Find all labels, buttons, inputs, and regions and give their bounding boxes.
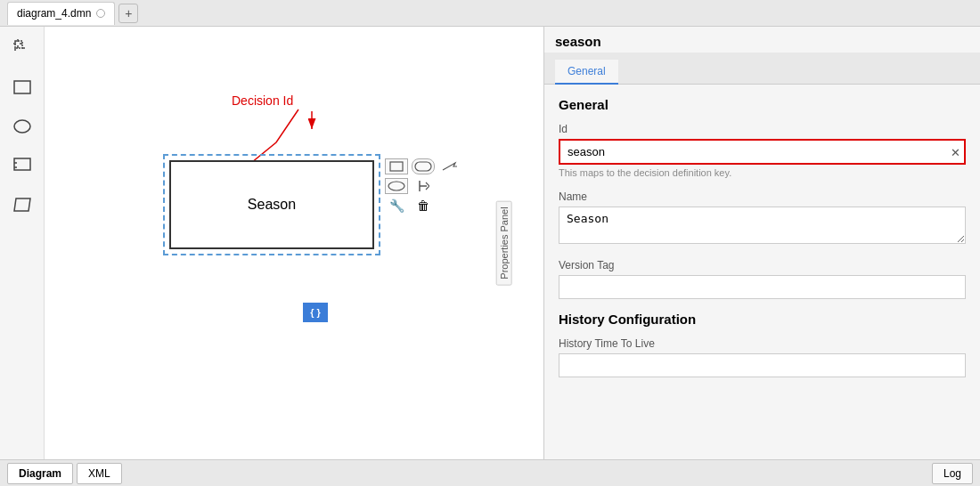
decision-node[interactable]: { } Season: [169, 160, 374, 249]
decision-node-icon: { }: [303, 303, 328, 322]
select-tool[interactable]: [8, 34, 37, 62]
comment-tool[interactable]: [8, 151, 37, 180]
id-input-wrapper: ✕: [559, 139, 966, 165]
context-menu: 🔧 🗑: [385, 158, 461, 214]
add-tab-button[interactable]: +: [118, 4, 138, 23]
version-tag-input[interactable]: [559, 275, 966, 299]
canvas-area[interactable]: Decision Id { } Season: [45, 27, 543, 459]
ctx-ellipse-icon[interactable]: [385, 178, 408, 194]
history-time-field-group: History Time To Live: [559, 337, 966, 377]
history-time-input[interactable]: [559, 353, 966, 377]
name-label: Name: [559, 190, 966, 203]
svg-rect-0: [15, 41, 22, 48]
name-textarea[interactable]: [559, 207, 966, 244]
version-tag-field-group: Version Tag: [559, 259, 966, 299]
general-section-title: General: [559, 97, 966, 112]
id-input[interactable]: [559, 139, 966, 165]
ctx-bracket-icon[interactable]: [412, 178, 435, 194]
tab-bar: diagram_4.dmn +: [0, 0, 980, 27]
svg-marker-13: [14, 198, 30, 211]
decision-node-label: Season: [248, 197, 296, 213]
comment-icon: [12, 156, 32, 175]
tab-unsaved-indicator: [96, 9, 105, 18]
log-button[interactable]: Log: [932, 463, 973, 484]
select-icon: [12, 38, 32, 58]
panel-title: season: [544, 27, 980, 53]
properties-panel: season General General Id ✕ This maps to…: [543, 27, 980, 459]
parallelogram-tool[interactable]: [8, 190, 37, 219]
ellipse-icon: [12, 118, 32, 134]
properties-panel-side-label: Properties Panel: [495, 200, 511, 285]
id-hint: This maps to the decision definition key…: [559, 167, 966, 178]
context-row-2: [385, 178, 461, 194]
panel-body: General Id ✕ This maps to the decision d…: [544, 85, 980, 459]
tab-xml-bottom[interactable]: XML: [77, 463, 122, 484]
id-clear-button[interactable]: ✕: [951, 145, 960, 158]
context-row-3: 🔧 🗑: [385, 198, 461, 214]
svg-point-9: [14, 120, 30, 133]
annotation-text: Decision Id: [232, 93, 293, 108]
tab-diagram-bottom[interactable]: Diagram: [7, 463, 73, 484]
version-tag-label: Version Tag: [559, 259, 966, 271]
ctx-rect-icon[interactable]: [385, 158, 408, 174]
svg-rect-17: [415, 162, 431, 171]
context-row-1: [385, 158, 461, 174]
tab-label: diagram_4.dmn: [17, 7, 91, 20]
bottom-tabs: Diagram XML: [7, 463, 122, 484]
id-label: Id: [559, 123, 966, 135]
history-section-title: History Configuration: [559, 312, 966, 327]
name-field-group: Name: [559, 190, 966, 247]
history-configuration-section: History Configuration History Time To Li…: [559, 312, 966, 377]
ctx-wrench-icon[interactable]: 🔧: [385, 198, 408, 214]
left-toolbar: [0, 27, 45, 459]
svg-rect-16: [390, 162, 403, 171]
id-field-group: Id ✕ This maps to the decision definitio…: [559, 123, 966, 178]
ellipse-tool[interactable]: [8, 112, 37, 141]
tab-diagram4[interactable]: diagram_4.dmn: [7, 2, 115, 25]
bottom-bar: Diagram XML Log: [0, 459, 980, 486]
svg-rect-8: [14, 81, 30, 93]
rectangle-tool[interactable]: [8, 73, 37, 101]
annotation-container: Decision Id: [232, 93, 293, 108]
ctx-trash-icon[interactable]: 🗑: [412, 198, 435, 214]
svg-rect-10: [14, 158, 30, 170]
panel-tab-strip: General: [544, 53, 980, 85]
main-area: Decision Id { } Season: [0, 27, 980, 459]
tab-general[interactable]: General: [555, 60, 618, 85]
svg-point-18: [388, 182, 404, 190]
history-time-label: History Time To Live: [559, 337, 966, 350]
parallelogram-icon: [12, 197, 32, 213]
ctx-rounded-icon[interactable]: [412, 158, 435, 174]
rectangle-icon: [12, 79, 32, 95]
ctx-arrow-icon[interactable]: [438, 158, 461, 174]
